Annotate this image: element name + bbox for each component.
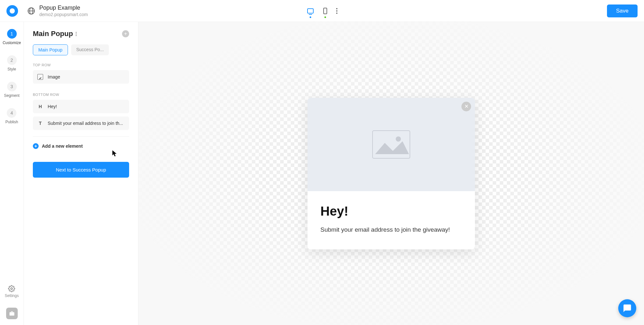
- plus-icon: +: [33, 143, 39, 149]
- globe-icon[interactable]: [28, 7, 35, 14]
- image-icon: [37, 74, 43, 80]
- text-icon: T: [37, 120, 43, 126]
- element-text[interactable]: T Submit your email address to join th..…: [33, 116, 129, 130]
- step-publish[interactable]: 4 Publish: [5, 108, 18, 124]
- element-image[interactable]: Image: [33, 70, 129, 84]
- step-style[interactable]: 2 Style: [7, 55, 17, 71]
- settings-button[interactable]: Settings: [5, 285, 19, 298]
- tab-main-popup[interactable]: Main Popup: [33, 44, 68, 55]
- popup-image-placeholder[interactable]: [308, 98, 475, 191]
- chat-bubble-button[interactable]: [618, 299, 636, 317]
- panel-add-button[interactable]: +: [122, 30, 129, 37]
- tab-success-popup[interactable]: Success Po...: [71, 44, 109, 55]
- popup-heading: Hey!: [320, 204, 462, 218]
- popup-preview: ✕ Hey! Submit your email address to join…: [308, 98, 475, 249]
- element-heading[interactable]: H Hey!: [33, 100, 129, 113]
- app-logo[interactable]: [6, 5, 18, 17]
- svg-rect-1: [373, 131, 410, 158]
- svg-point-2: [396, 136, 401, 142]
- device-desktop-button[interactable]: [307, 7, 314, 15]
- device-mobile-button[interactable]: [321, 7, 329, 15]
- section-bottom-label: BOTTOM ROW: [33, 93, 129, 97]
- device-switcher: [307, 7, 337, 15]
- step-customize[interactable]: 1 Customize: [3, 29, 21, 45]
- step-rail: 1 Customize 2 Style 3 Segment 4 Publish …: [0, 22, 24, 325]
- panel-title: Main Popup: [33, 30, 73, 38]
- section-top-label: TOP ROW: [33, 63, 129, 67]
- next-button[interactable]: Next to Success Popup: [33, 162, 129, 178]
- save-button[interactable]: Save: [607, 5, 638, 17]
- popup-close-button[interactable]: ✕: [461, 102, 471, 111]
- briefcase-button[interactable]: [6, 308, 18, 319]
- popup-tabs: Main Popup Success Po...: [33, 44, 129, 55]
- add-element-button[interactable]: + Add a new element: [33, 143, 129, 149]
- top-header: Popup Example demo2.popupsmart.com Save: [0, 0, 644, 22]
- preview-canvas: ✕ Hey! Submit your email address to join…: [138, 22, 644, 325]
- element-label: Submit your email address to join th...: [48, 121, 123, 126]
- popup-text: Submit your email address to join the gi…: [320, 226, 462, 233]
- project-title: Popup Example: [39, 5, 88, 11]
- add-element-label: Add a new element: [42, 144, 83, 149]
- more-menu-icon[interactable]: [336, 8, 337, 14]
- step-segment[interactable]: 3 Segment: [4, 82, 19, 98]
- project-title-block: Popup Example demo2.popupsmart.com: [39, 5, 88, 17]
- heading-icon: H: [37, 104, 43, 109]
- editor-panel: Main Popup + Main Popup Success Po... TO…: [24, 22, 138, 325]
- svg-point-0: [11, 288, 13, 290]
- element-label: Image: [48, 74, 60, 79]
- element-label: Hey!: [48, 104, 57, 109]
- project-domain: demo2.popupsmart.com: [39, 12, 88, 17]
- panel-menu-icon[interactable]: [76, 32, 77, 36]
